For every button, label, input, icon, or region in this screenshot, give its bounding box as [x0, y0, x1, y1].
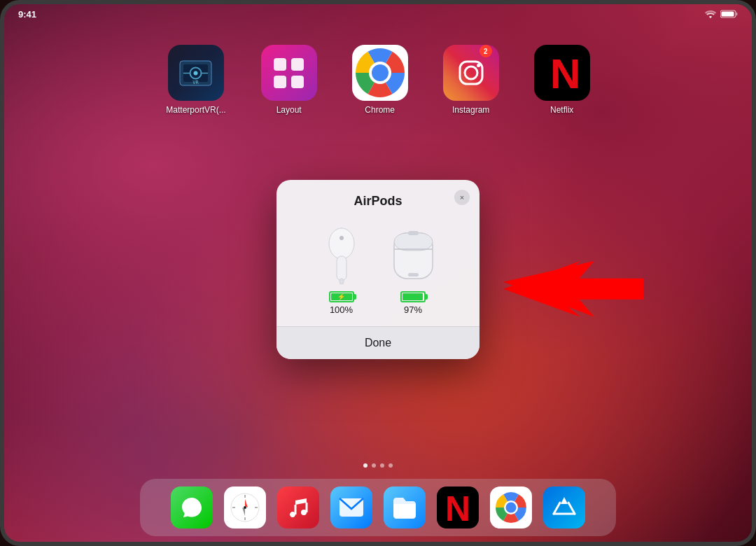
app-label-layout: Layout	[276, 105, 302, 115]
app-icon-matterportvr: VR	[168, 45, 224, 101]
svg-rect-43	[340, 279, 344, 284]
dock-netflix[interactable]: N	[437, 486, 479, 528]
svg-rect-1	[722, 12, 734, 17]
safari-icon	[230, 493, 260, 522]
case-battery: 97%	[400, 291, 426, 315]
page-dot-4[interactable]	[388, 463, 393, 468]
svg-point-32	[301, 510, 307, 515]
airpods-case-item: 97%	[387, 223, 440, 315]
status-time: 9:41	[18, 9, 36, 20]
battery-icon-case	[400, 291, 426, 302]
svg-point-44	[340, 236, 344, 240]
svg-rect-42	[337, 256, 346, 281]
page-dots	[363, 463, 393, 468]
chrome-dock-icon	[493, 490, 528, 525]
dialog-close-button[interactable]: ×	[454, 190, 470, 205]
app-chrome[interactable]: Chrome	[352, 45, 408, 115]
app-icon-layout	[261, 45, 317, 101]
case-battery-pct: 97%	[404, 304, 422, 315]
netflix-dock-icon: N	[444, 491, 472, 524]
dock-chrome[interactable]	[490, 486, 532, 528]
airpod-battery: ⚡ 100%	[329, 291, 354, 315]
svg-point-29	[244, 506, 246, 509]
page-dot-1[interactable]	[363, 463, 368, 468]
app-instagram[interactable]: 2 Instagram	[443, 45, 499, 115]
wifi-icon	[705, 10, 716, 18]
svg-text:VR: VR	[193, 80, 200, 85]
app-label-matterportvr: MatterportVR(...	[166, 105, 225, 115]
app-label-instagram: Instagram	[452, 105, 489, 115]
dialog-body: ⚡ 100%	[276, 216, 479, 322]
app-label-netflix: Netflix	[550, 105, 573, 115]
music-icon	[286, 495, 311, 520]
app-icon-chrome	[352, 45, 408, 101]
battery-fill-case	[402, 293, 423, 300]
svg-rect-48	[408, 273, 419, 276]
messages-icon	[179, 495, 204, 520]
airpods-title: AirPods	[276, 180, 479, 216]
svg-rect-49	[408, 231, 419, 235]
mail-icon	[338, 497, 365, 518]
battery-bolt: ⚡	[337, 293, 345, 300]
svg-point-16	[372, 64, 388, 81]
status-bar: 9:41	[4, 4, 752, 24]
svg-rect-13	[291, 76, 304, 88]
svg-rect-11	[291, 58, 304, 71]
airpods-case-image	[387, 223, 440, 286]
battery-status-icon	[720, 10, 738, 18]
page-dot-2[interactable]	[372, 463, 376, 468]
status-icons	[705, 10, 738, 18]
svg-line-39	[568, 503, 575, 514]
svg-point-37	[506, 503, 517, 513]
svg-text:N: N	[550, 52, 580, 94]
dock-safari[interactable]	[224, 486, 266, 528]
ipad-frame: 9:41	[0, 0, 756, 546]
dock-music[interactable]	[277, 486, 319, 528]
svg-rect-2	[736, 13, 738, 15]
app-matterportvr[interactable]: VR MatterportVR(...	[166, 45, 225, 115]
dock-files[interactable]	[384, 486, 426, 528]
app-icon-netflix: N	[534, 45, 590, 101]
case-battery-bar-outer	[400, 291, 426, 302]
app-grid: VR MatterportVR(... Layout	[124, 24, 631, 136]
airpod-single-item: ⚡ 100%	[317, 223, 366, 315]
files-icon	[391, 495, 419, 520]
svg-point-41	[329, 228, 354, 259]
airpods-dialog: AirPods × ⚡	[276, 180, 479, 359]
svg-rect-46	[394, 233, 433, 251]
airpod-single-image	[317, 223, 366, 286]
app-netflix[interactable]: N Netflix	[534, 45, 590, 115]
battery-bar-outer: ⚡	[329, 291, 354, 302]
dock-appstore[interactable]	[543, 486, 585, 528]
app-layout[interactable]: Layout	[261, 45, 317, 115]
svg-text:N: N	[445, 491, 470, 524]
svg-rect-10	[274, 58, 286, 71]
page-dot-3[interactable]	[380, 463, 384, 468]
svg-point-18	[465, 66, 477, 79]
dock-messages[interactable]	[171, 486, 213, 528]
svg-line-38	[554, 503, 560, 514]
done-button[interactable]: Done	[276, 326, 479, 359]
app-label-chrome: Chrome	[365, 105, 395, 115]
instagram-badge: 2	[479, 45, 492, 57]
battery-icon-airpod: ⚡	[329, 291, 354, 302]
dock: N	[140, 479, 616, 536]
airpod-battery-pct: 100%	[330, 304, 353, 315]
appstore-icon	[551, 494, 578, 521]
dock-mail[interactable]	[330, 486, 372, 528]
svg-point-19	[477, 64, 480, 67]
svg-rect-12	[274, 76, 286, 88]
side-button[interactable]	[0, 144, 3, 172]
svg-point-8	[194, 71, 198, 75]
